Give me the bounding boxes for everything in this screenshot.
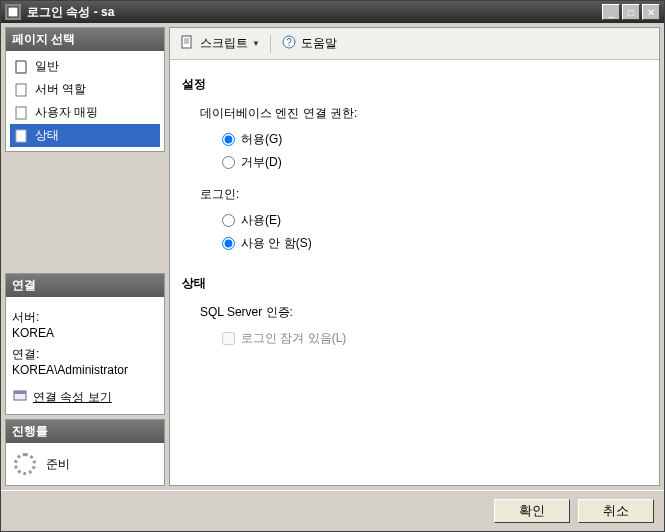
deny-label: 거부(D) bbox=[241, 154, 282, 171]
nav-user-mapping[interactable]: 사용자 매핑 bbox=[10, 101, 160, 124]
svg-rect-7 bbox=[182, 36, 191, 48]
login-label: 로그인: bbox=[200, 186, 647, 203]
nav-label: 사용자 매핑 bbox=[35, 104, 98, 121]
cancel-button[interactable]: 취소 bbox=[578, 499, 654, 523]
svg-rect-1 bbox=[16, 61, 26, 73]
progress-panel: 진행률 준비 bbox=[5, 419, 165, 486]
script-button[interactable]: 스크립트 ▼ bbox=[176, 32, 264, 55]
conn-label: 연결: bbox=[12, 346, 158, 363]
sql-auth-label: SQL Server 인증: bbox=[200, 304, 647, 321]
grant-radio[interactable] bbox=[222, 133, 235, 146]
titlebar[interactable]: 로그인 속성 - sa _ □ ✕ bbox=[1, 1, 664, 23]
help-icon: ? bbox=[281, 34, 297, 53]
progress-body: 준비 bbox=[6, 443, 164, 485]
svg-rect-2 bbox=[16, 84, 26, 96]
dialog-body: 페이지 선택 일반 서버 역할 사용자 매핑 bbox=[1, 23, 664, 490]
maximize-button[interactable]: □ bbox=[622, 4, 640, 20]
page-icon bbox=[14, 82, 30, 98]
page-icon bbox=[14, 105, 30, 121]
locked-out-label: 로그인 잠겨 있음(L) bbox=[241, 330, 346, 347]
grant-label: 허용(G) bbox=[241, 131, 282, 148]
nav-server-roles[interactable]: 서버 역할 bbox=[10, 78, 160, 101]
status-heading: 상태 bbox=[182, 275, 647, 292]
view-connection-properties-link[interactable]: 연결 속성 보기 bbox=[33, 389, 112, 406]
grant-option[interactable]: 허용(G) bbox=[222, 128, 647, 151]
svg-rect-4 bbox=[16, 130, 26, 142]
settings-heading: 설정 bbox=[182, 76, 647, 93]
progress-header: 진행률 bbox=[6, 420, 164, 443]
minimize-button[interactable]: _ bbox=[602, 4, 620, 20]
progress-status: 준비 bbox=[46, 456, 70, 473]
ok-button[interactable]: 확인 bbox=[494, 499, 570, 523]
content-area: 설정 데이터베이스 엔진 연결 권한: 허용(G) 거부(D) 로그인: 사용(… bbox=[170, 60, 659, 485]
page-select-panel: 페이지 선택 일반 서버 역할 사용자 매핑 bbox=[5, 27, 165, 152]
spinner-icon bbox=[14, 453, 36, 475]
window-title: 로그인 속성 - sa bbox=[27, 4, 602, 21]
app-icon bbox=[5, 4, 21, 20]
svg-rect-3 bbox=[16, 107, 26, 119]
disable-option[interactable]: 사용 안 함(S) bbox=[222, 232, 647, 255]
connection-body: 서버: KOREA 연결: KOREA\Administrator 연결 속성 … bbox=[6, 297, 164, 414]
help-button[interactable]: ? 도움말 bbox=[277, 32, 341, 55]
svg-rect-6 bbox=[14, 391, 26, 394]
enable-option[interactable]: 사용(E) bbox=[222, 209, 647, 232]
deny-radio[interactable] bbox=[222, 156, 235, 169]
nav-label: 상태 bbox=[35, 127, 59, 144]
properties-icon bbox=[12, 387, 28, 403]
nav-general[interactable]: 일반 bbox=[10, 55, 160, 78]
sidebar: 페이지 선택 일반 서버 역할 사용자 매핑 bbox=[5, 27, 165, 486]
svg-text:?: ? bbox=[286, 37, 292, 48]
locked-out-row: 로그인 잠겨 있음(L) bbox=[222, 327, 647, 350]
window-controls: _ □ ✕ bbox=[602, 4, 660, 20]
nav-label: 서버 역할 bbox=[35, 81, 86, 98]
close-button[interactable]: ✕ bbox=[642, 4, 660, 20]
main-panel: 스크립트 ▼ ? 도움말 설정 데이터베이스 엔진 연결 권한: 허용(G) bbox=[169, 27, 660, 486]
page-select-header: 페이지 선택 bbox=[6, 28, 164, 51]
locked-out-checkbox bbox=[222, 332, 235, 345]
enable-label: 사용(E) bbox=[241, 212, 281, 229]
chevron-down-icon: ▼ bbox=[252, 39, 260, 48]
toolbar-separator bbox=[270, 35, 271, 53]
disable-label: 사용 안 함(S) bbox=[241, 235, 312, 252]
toolbar: 스크립트 ▼ ? 도움말 bbox=[170, 28, 659, 60]
properties-dialog: 로그인 속성 - sa _ □ ✕ 페이지 선택 일반 서버 역할 bbox=[0, 0, 665, 532]
deny-option[interactable]: 거부(D) bbox=[222, 151, 647, 174]
help-label: 도움말 bbox=[301, 35, 337, 52]
enable-radio[interactable] bbox=[222, 214, 235, 227]
connection-panel: 연결 서버: KOREA 연결: KOREA\Administrator 연결 … bbox=[5, 273, 165, 415]
svg-rect-0 bbox=[8, 7, 18, 17]
server-label: 서버: bbox=[12, 309, 158, 326]
nav-status[interactable]: 상태 bbox=[10, 124, 160, 147]
server-value: KOREA bbox=[12, 326, 158, 340]
nav-list: 일반 서버 역할 사용자 매핑 상태 bbox=[6, 51, 164, 151]
page-icon bbox=[14, 59, 30, 75]
page-icon bbox=[14, 128, 30, 144]
conn-value: KOREA\Administrator bbox=[12, 363, 158, 377]
script-icon bbox=[180, 34, 196, 53]
script-label: 스크립트 bbox=[200, 35, 248, 52]
disable-radio[interactable] bbox=[222, 237, 235, 250]
dialog-footer: 확인 취소 bbox=[1, 490, 664, 531]
nav-label: 일반 bbox=[35, 58, 59, 75]
connection-header: 연결 bbox=[6, 274, 164, 297]
db-engine-perm-label: 데이터베이스 엔진 연결 권한: bbox=[200, 105, 647, 122]
